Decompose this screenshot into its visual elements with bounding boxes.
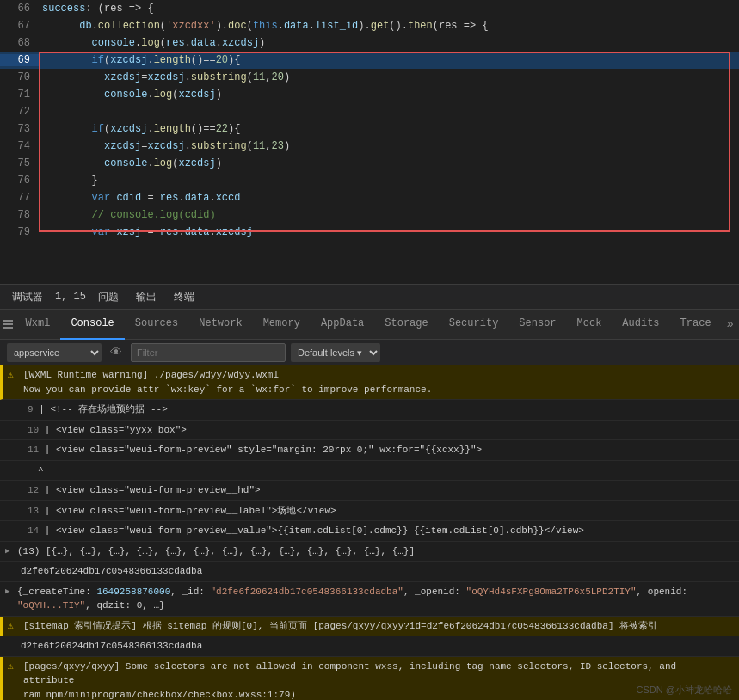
code-line-74: 74 xzcdsj=xzcdsj.substring(11,23)	[0, 138, 739, 155]
problem-label[interactable]: 问题	[93, 288, 124, 306]
code-line-77: 77 var cdid = res.data.xccd	[0, 189, 739, 206]
code-line-70: 70 xzcdsj=xzcdsj.substring(11,20)	[0, 69, 739, 86]
console-entry-sitemap-warning: [sitemap 索引情况提示] 根据 sitemap 的规则[0], 当前页面…	[0, 617, 739, 637]
toolbar-row: 调试器 1, 15 问题 输出 终端	[0, 284, 739, 310]
tab-network[interactable]: Network	[188, 310, 252, 340]
tab-audits[interactable]: Audits	[612, 310, 669, 340]
code-line-79: 79 var xzsj = res.data.xzcdsj	[0, 224, 739, 241]
code-editor: 66 success: (res => { 67 db.collection('…	[0, 0, 739, 284]
console-entry-array[interactable]: (13) [{…}, {…}, {…}, {…}, {…}, {…}, {…},…	[0, 542, 739, 562]
tab-sensor[interactable]: Sensor	[508, 310, 566, 340]
code-line-75: 75 console.log(xzcdsj)	[0, 155, 739, 172]
devtools-tabs-bar: Wxml Console Sources Network Memory AppD…	[0, 310, 739, 340]
tab-mock[interactable]: Mock	[567, 310, 613, 340]
code-line-73: 73 if(xzcdsj.length()==22){	[0, 120, 739, 138]
code-line-72: 72	[0, 103, 739, 120]
tab-storage[interactable]: Storage	[374, 310, 438, 340]
code-line-76: 76 }	[0, 172, 739, 189]
code-line-68: 68 console.log(res.data.xzcdsj)	[0, 34, 739, 52]
console-entry-line10: 10 | <view class="yyxx_box">	[0, 421, 739, 441]
svg-rect-0	[3, 320, 13, 322]
console-entry-id2: d2fe6f20624db17c0548366133cdadba	[0, 636, 739, 657]
console-entry-wxml-warning: [WXML Runtime warning] ./pages/wdyy/wdyy…	[0, 365, 739, 400]
console-entry-object[interactable]: {_createTime: 1649258876000, _id: "d2fe6…	[0, 582, 739, 617]
code-line-69: 69 if(xzcdsj.length()==20){	[0, 52, 739, 69]
tab-sources[interactable]: Sources	[125, 310, 188, 340]
svg-rect-1	[3, 323, 13, 325]
code-line-71: 71 console.log(xzcdsj)	[0, 86, 739, 103]
code-line-67: 67 db.collection('xzcdxx').doc(this.data…	[0, 17, 739, 34]
tab-console[interactable]: Console	[60, 310, 124, 340]
output-label[interactable]: 输出	[131, 288, 162, 306]
console-output[interactable]: [WXML Runtime warning] ./pages/wdyy/wdyy…	[0, 365, 739, 700]
console-entry-line9: 9 | <!-- 存在场地预约据 -->	[0, 400, 739, 421]
svg-rect-2	[3, 327, 13, 329]
tab-memory[interactable]: Memory	[253, 310, 311, 340]
default-levels-select[interactable]: Default levels ▾	[291, 343, 380, 362]
code-line-78: 78 // console.log(cdid)	[0, 206, 739, 224]
console-toolbar: appservice 👁 Default levels ▾	[0, 340, 739, 365]
tab-appdata[interactable]: AppData	[311, 310, 374, 340]
position-label: 1, 15	[55, 291, 86, 303]
console-entry-line12: 12 | <view class="weui-form-preview__hd"…	[0, 481, 739, 501]
tabs-more-icon[interactable]: »	[722, 317, 739, 331]
app-container: 66 success: (res => { 67 db.collection('…	[0, 0, 739, 700]
console-entry-line11: 11 | <view class="weui-form-preview" sty…	[0, 440, 739, 461]
watermark: CSDN @小神龙哈哈哈	[637, 684, 732, 697]
tab-wxml[interactable]: Wxml	[15, 310, 61, 340]
devtools-toggle-icon[interactable]	[0, 310, 15, 340]
code-line-66: 66 success: (res => {	[0, 0, 739, 17]
console-entry-selector-warning: [pages/qxyy/qxyy] Some selectors are not…	[0, 657, 739, 701]
console-entry-id1: d2fe6f20624db17c0548366133cdadba	[0, 562, 739, 582]
debug-label[interactable]: 调试器	[7, 288, 48, 306]
console-entry-caret: ^	[0, 461, 739, 482]
tab-security[interactable]: Security	[439, 310, 509, 340]
console-entry-line13: 13 | <view class="weui-form-preview__lab…	[0, 501, 739, 522]
eye-button[interactable]: 👁	[107, 343, 126, 362]
tab-trace[interactable]: Trace	[670, 310, 722, 340]
terminal-label[interactable]: 终端	[169, 288, 200, 306]
appservice-select[interactable]: appservice	[7, 343, 102, 362]
console-entry-line14: 14 | <view class="weui-form-preview__val…	[0, 521, 739, 542]
filter-input[interactable]	[131, 343, 286, 362]
